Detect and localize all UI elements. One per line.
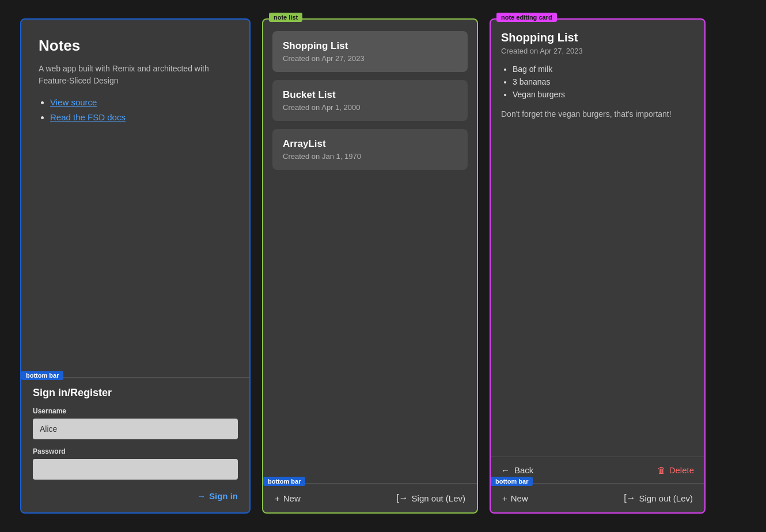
signout-button-3[interactable]: [→ Sign out (Lev) [624, 493, 693, 503]
username-label: Username [33, 407, 238, 415]
list-item: Bag of milk [513, 64, 694, 74]
list-item: 3 bananas [513, 77, 694, 86]
sign-in-title: Sign in/Register [33, 387, 238, 399]
list-item: Vegan burgers [513, 90, 694, 99]
editing-note-date: Created on Apr 27, 2023 [501, 47, 694, 55]
list-item: View source [50, 97, 232, 108]
back-arrow-icon: ← [501, 465, 510, 475]
sign-in-label: Sign in [209, 491, 238, 501]
note-item-date: Created on Jan 1, 1970 [283, 152, 457, 161]
signout-bracket-icon: [→ [396, 493, 408, 503]
new-label: New [283, 493, 301, 503]
panel2-bottom-bar: bottom bar + New [→ Sign out (Lev) [263, 483, 477, 512]
note-editing-label: note editing card [496, 13, 557, 22]
note-item-shopping[interactable]: Shopping List Created on Apr 27, 2023 [272, 31, 468, 72]
app-title: Notes [39, 37, 232, 55]
plus-icon: + [502, 493, 507, 503]
intro-content: Notes A web app built with Remix and arc… [21, 20, 249, 377]
panel-note-editing: note editing card Shopping List Created … [490, 18, 706, 514]
signout-label: Sign out (Lev) [639, 493, 693, 503]
panel3-bottom-bar: bottom bar + New [→ Sign out (Lev) [491, 483, 704, 512]
delete-label: Delete [669, 465, 694, 475]
sign-in-button[interactable]: → Sign in [33, 488, 238, 501]
signout-button[interactable]: [→ Sign out (Lev) [396, 493, 465, 503]
back-button[interactable]: ← Back [501, 465, 533, 475]
trash-icon: 🗑 [657, 465, 666, 475]
note-item-date: Created on Apr 27, 2023 [283, 54, 457, 63]
note-item-title: ArrayList [283, 138, 457, 150]
new-note-button[interactable]: + New [275, 493, 301, 503]
panel-notes-intro: Notes A web app built with Remix and arc… [20, 18, 251, 514]
password-input[interactable] [33, 459, 238, 480]
back-label: Back [514, 465, 533, 475]
note-item-arraylist[interactable]: ArrayList Created on Jan 1, 1970 [272, 129, 468, 170]
bottom-bar-label: bottom bar [21, 371, 63, 380]
signout-label: Sign out (Lev) [412, 493, 465, 503]
note-list-label: note list [269, 13, 302, 22]
delete-button[interactable]: 🗑 Delete [657, 465, 694, 475]
note-item-title: Bucket List [283, 89, 457, 101]
note-item-title: Shopping List [283, 40, 457, 52]
plus-icon: + [275, 493, 280, 503]
panel1-bottom-bar: bottom bar Sign in/Register Username Pas… [21, 377, 249, 512]
read-fsd-docs-link[interactable]: Read the FSD docs [50, 112, 126, 122]
note-editing-content: Shopping List Created on Apr 27, 2023 Ba… [491, 20, 704, 457]
new-label: New [511, 493, 528, 503]
links-list: View source Read the FSD docs [39, 97, 232, 123]
view-source-link[interactable]: View source [50, 97, 97, 107]
note-list-content: Shopping List Created on Apr 27, 2023 Bu… [263, 20, 477, 483]
note-body-list: Bag of milk 3 bananas Vegan burgers [501, 64, 694, 99]
note-item-date: Created on Apr 1, 2000 [283, 103, 457, 112]
note-item-bucket[interactable]: Bucket List Created on Apr 1, 2000 [272, 80, 468, 121]
bottom-bar-3-label: bottom bar [491, 477, 533, 486]
app-description: A web app built with Remix and architect… [39, 63, 232, 87]
list-item: Read the FSD docs [50, 112, 232, 123]
panel-note-list: note list Shopping List Created on Apr 2… [262, 18, 478, 514]
new-note-button-3[interactable]: + New [502, 493, 528, 503]
sign-in-arrow-icon: → [197, 491, 206, 501]
signout-bracket-icon: [→ [624, 493, 635, 503]
note-note-text: Don't forget the vegan burgers, that's i… [501, 108, 694, 120]
password-label: Password [33, 447, 238, 455]
app-container: Notes A web app built with Remix and arc… [20, 18, 746, 514]
bottom-bar-2-label: bottom bar [263, 477, 305, 486]
editing-note-title: Shopping List [501, 31, 694, 44]
username-input[interactable] [33, 419, 238, 439]
